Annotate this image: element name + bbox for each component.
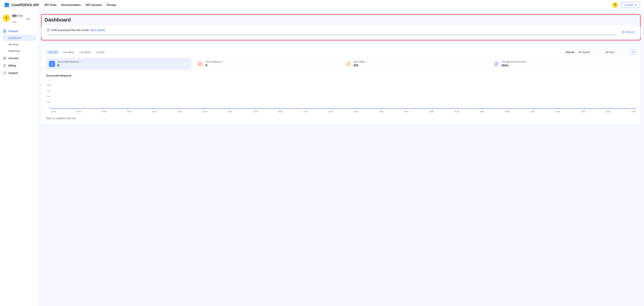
- line-chart: 10.80.60.40.20 15:0016:0017:0018:0019:00…: [51, 79, 636, 112]
- download-button[interactable]: [630, 50, 636, 55]
- sidebar-section-billing[interactable]: $ Billing ⌄: [1, 62, 36, 69]
- header-avatar[interactable]: T: [612, 2, 618, 8]
- sidebar: T . Jolie. com Projects ⌃ Dashboard API …: [0, 10, 38, 306]
- support-icon: [3, 72, 6, 74]
- sidebar-section-account[interactable]: Account ⌄: [1, 55, 36, 62]
- chevron-down-icon: ⌄: [33, 72, 35, 74]
- range-tab-custom[interactable]: Custom: [94, 50, 106, 54]
- sidebar-item-webhooks[interactable]: Webhooks: [3, 48, 36, 54]
- nav-api-libraries[interactable]: API Libraries: [85, 4, 102, 6]
- svg-point-10: [4, 73, 5, 73]
- nav-pricing[interactable]: Pricing: [107, 4, 116, 6]
- stat-value: 0%: [354, 64, 368, 67]
- info-icon[interactable]: i: [366, 60, 368, 63]
- sidebar-user-info: . Jolie. com: [12, 14, 31, 24]
- stat-label: Error Ratio: [354, 60, 365, 63]
- svg-marker-5: [4, 57, 6, 60]
- usage-text: 0 / 1000 processed files this month. Mor…: [47, 28, 617, 32]
- usage-progress-bar: [47, 34, 617, 36]
- main-content: Dashboard 0 / 1000 processed files this …: [38, 10, 644, 306]
- swap-icon: [345, 61, 351, 67]
- nav-documentation[interactable]: Documentation: [61, 4, 81, 6]
- sidebar-section-support[interactable]: Support ⌄: [1, 70, 36, 76]
- top-header: ComPDFKit API API Tools Documentation AP…: [0, 0, 644, 10]
- svg-text:$: $: [4, 65, 5, 66]
- sidebar-section-label: Support: [8, 72, 18, 74]
- svg-rect-3: [3, 32, 4, 32]
- sidebar-section-label: Projects: [8, 30, 18, 32]
- usage-count: 0: [47, 28, 49, 32]
- svg-rect-2: [5, 30, 6, 31]
- billing-icon: $: [3, 64, 6, 67]
- chevron-down-icon: ⌄: [33, 64, 35, 67]
- viewby-label: View by: [566, 51, 574, 54]
- svg-rect-1: [3, 30, 4, 31]
- chart-y-ticks: 10.80.60.40.20: [46, 79, 50, 109]
- account-icon: [3, 57, 6, 60]
- header-right: T Contact Us: [612, 2, 640, 8]
- sidebar-section-label: Account: [8, 57, 18, 60]
- stat-label: Average Process Time: [502, 60, 526, 63]
- stat-value: 0ms: [502, 64, 529, 67]
- stat-errors[interactable]: Error Requestsi 0: [194, 58, 339, 70]
- time-range-tabs: Last 24H Last Week Last Month Custom: [46, 50, 106, 54]
- stat-label: Successful Requests: [57, 60, 79, 63]
- refresh-icon: [622, 31, 624, 34]
- tools-select[interactable]: All Tools: [604, 50, 628, 55]
- info-icon[interactable]: i: [80, 60, 83, 63]
- page-title: Dashboard: [42, 14, 640, 26]
- stat-avg-time[interactable]: Average Process Timei 0ms: [490, 58, 636, 70]
- top-nav: API Tools Documentation API Libraries Pr…: [44, 4, 116, 6]
- more-details-link[interactable]: More details: [90, 29, 105, 32]
- sidebar-item-api-keys[interactable]: API Keys: [3, 41, 36, 48]
- refresh-button[interactable]: Refresh: [622, 30, 634, 34]
- svg-point-6: [4, 58, 5, 58]
- usage-card: 0 / 1000 processed files this month. Mor…: [41, 26, 640, 38]
- info-icon[interactable]: i: [222, 60, 224, 63]
- sidebar-item-dashboard[interactable]: Dashboard: [3, 35, 36, 41]
- sidebar-section-label: Billing: [8, 64, 16, 67]
- info-icon[interactable]: i: [526, 60, 528, 63]
- range-tab-week[interactable]: Last Week: [61, 50, 76, 54]
- stat-value: 0: [206, 64, 224, 67]
- chevron-up-icon: ⌃: [33, 30, 35, 32]
- swap-icon: [494, 61, 500, 67]
- svg-rect-4: [5, 32, 6, 32]
- stats-card: Last 24H Last Week Last Month Custom Vie…: [41, 46, 641, 124]
- chart-title: Successful Requests: [46, 74, 636, 77]
- range-tab-month[interactable]: Last Month: [77, 50, 93, 54]
- projects-icon: [3, 30, 6, 33]
- nav-api-tools[interactable]: API Tools: [44, 4, 56, 6]
- sidebar-avatar[interactable]: T: [3, 14, 10, 22]
- brand[interactable]: ComPDFKit API: [4, 2, 39, 8]
- stat-value: 0: [57, 64, 83, 67]
- stat-error-ratio[interactable]: Error Ratioi 0%: [342, 58, 488, 70]
- contact-us-button[interactable]: Contact Us: [621, 2, 640, 8]
- download-icon: [632, 51, 634, 54]
- projects-select[interactable]: All Projects: [576, 50, 602, 55]
- brand-logo-icon: [4, 2, 10, 8]
- stats-footnote: Stats are updated every hour: [46, 117, 636, 120]
- stat-successful[interactable]: Successful Requestsi 0: [46, 58, 191, 70]
- stat-label: Error Requests: [206, 60, 221, 63]
- sidebar-section-projects[interactable]: Projects ⌃: [1, 28, 36, 34]
- chart-plot-area: [51, 79, 636, 109]
- swap-icon: [197, 61, 203, 67]
- highlighted-region: Dashboard 0 / 1000 processed files this …: [41, 14, 641, 40]
- sidebar-user: T . Jolie. com: [1, 13, 36, 27]
- swap-icon: [49, 61, 55, 67]
- range-tab-24h[interactable]: Last 24H: [46, 50, 60, 54]
- brand-name: ComPDFKit API: [12, 3, 39, 7]
- chart-x-ticks: 15:0016:0017:0018:0019:0020:0021:0022:00…: [51, 110, 636, 112]
- chevron-down-icon: ⌄: [33, 57, 35, 60]
- chart-data-points: [51, 108, 636, 109]
